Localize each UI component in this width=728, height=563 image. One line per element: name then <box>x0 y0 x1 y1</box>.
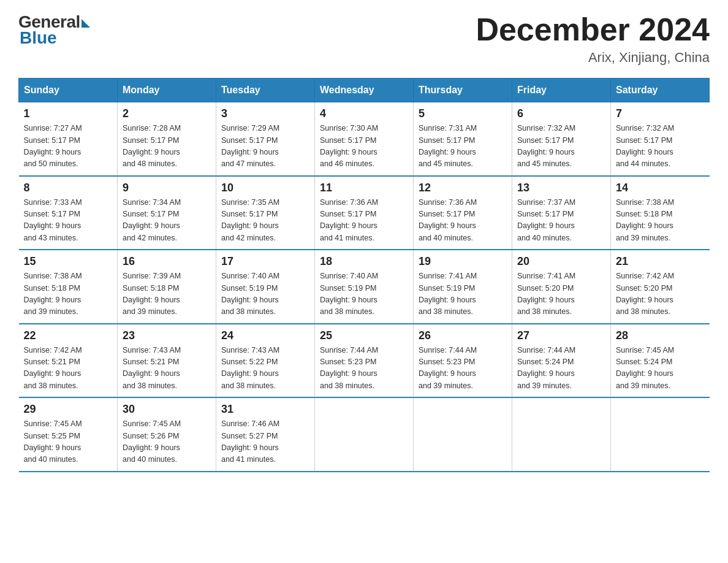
table-row: 13 Sunrise: 7:37 AM Sunset: 5:17 PM Dayl… <box>512 176 611 250</box>
title-section: December 2024 Arix, Xinjiang, China <box>476 12 710 66</box>
day-number: 4 <box>320 107 408 120</box>
day-info: Sunrise: 7:41 AM Sunset: 5:20 PM Dayligh… <box>517 270 605 318</box>
day-number: 15 <box>24 255 113 268</box>
day-info: Sunrise: 7:33 AM Sunset: 5:17 PM Dayligh… <box>24 197 113 245</box>
day-number: 19 <box>419 255 507 268</box>
table-row: 20 Sunrise: 7:41 AM Sunset: 5:20 PM Dayl… <box>512 250 611 324</box>
day-info: Sunrise: 7:31 AM Sunset: 5:17 PM Dayligh… <box>419 123 507 170</box>
day-info: Sunrise: 7:32 AM Sunset: 5:17 PM Dayligh… <box>517 123 605 170</box>
day-info: Sunrise: 7:34 AM Sunset: 5:17 PM Dayligh… <box>123 197 211 245</box>
day-number: 22 <box>24 329 113 342</box>
day-info: Sunrise: 7:40 AM Sunset: 5:19 PM Dayligh… <box>221 270 309 318</box>
page-header: General Blue December 2024 Arix, Xinjian… <box>18 12 710 66</box>
day-info: Sunrise: 7:44 AM Sunset: 5:24 PM Dayligh… <box>517 345 605 393</box>
day-number: 20 <box>517 255 605 268</box>
day-number: 5 <box>419 107 507 120</box>
calendar-header-row: Sunday Monday Tuesday Wednesday Thursday… <box>19 79 710 102</box>
table-row: 21 Sunrise: 7:42 AM Sunset: 5:20 PM Dayl… <box>611 250 710 324</box>
calendar-week-row: 22 Sunrise: 7:42 AM Sunset: 5:21 PM Dayl… <box>19 324 710 398</box>
calendar-week-row: 15 Sunrise: 7:38 AM Sunset: 5:18 PM Dayl… <box>19 250 710 324</box>
day-number: 29 <box>24 403 113 416</box>
table-row: 26 Sunrise: 7:44 AM Sunset: 5:23 PM Dayl… <box>414 324 512 398</box>
day-number: 17 <box>221 255 309 268</box>
day-info: Sunrise: 7:40 AM Sunset: 5:19 PM Dayligh… <box>320 270 408 318</box>
table-row: 27 Sunrise: 7:44 AM Sunset: 5:24 PM Dayl… <box>512 324 611 398</box>
day-number: 2 <box>123 107 211 120</box>
table-row: 22 Sunrise: 7:42 AM Sunset: 5:21 PM Dayl… <box>19 324 118 398</box>
day-info: Sunrise: 7:28 AM Sunset: 5:17 PM Dayligh… <box>123 123 211 170</box>
calendar-week-row: 8 Sunrise: 7:33 AM Sunset: 5:17 PM Dayli… <box>19 176 710 250</box>
day-number: 3 <box>221 107 309 120</box>
day-info: Sunrise: 7:36 AM Sunset: 5:17 PM Dayligh… <box>419 197 507 245</box>
day-number: 26 <box>419 329 507 342</box>
table-row: 30 Sunrise: 7:45 AM Sunset: 5:26 PM Dayl… <box>118 397 216 472</box>
table-row: 12 Sunrise: 7:36 AM Sunset: 5:17 PM Dayl… <box>414 176 512 250</box>
month-title: December 2024 <box>476 12 710 47</box>
table-row: 23 Sunrise: 7:43 AM Sunset: 5:21 PM Dayl… <box>118 324 216 398</box>
table-row: 15 Sunrise: 7:38 AM Sunset: 5:18 PM Dayl… <box>19 250 118 324</box>
day-info: Sunrise: 7:38 AM Sunset: 5:18 PM Dayligh… <box>24 270 113 318</box>
day-info: Sunrise: 7:42 AM Sunset: 5:21 PM Dayligh… <box>24 345 113 393</box>
day-info: Sunrise: 7:37 AM Sunset: 5:17 PM Dayligh… <box>517 197 605 245</box>
table-row: 2 Sunrise: 7:28 AM Sunset: 5:17 PM Dayli… <box>118 102 216 176</box>
day-number: 23 <box>123 329 211 342</box>
col-tuesday: Tuesday <box>216 79 315 102</box>
day-number: 13 <box>517 182 605 194</box>
logo-triangle-icon <box>82 19 90 28</box>
day-number: 10 <box>221 182 309 194</box>
table-row: 29 Sunrise: 7:45 AM Sunset: 5:25 PM Dayl… <box>19 397 118 472</box>
table-row: 18 Sunrise: 7:40 AM Sunset: 5:19 PM Dayl… <box>315 250 414 324</box>
day-info: Sunrise: 7:43 AM Sunset: 5:22 PM Dayligh… <box>221 345 309 393</box>
logo-blue-text: Blue <box>20 28 57 48</box>
table-row <box>611 397 710 472</box>
day-number: 18 <box>320 255 408 268</box>
table-row: 11 Sunrise: 7:36 AM Sunset: 5:17 PM Dayl… <box>315 176 414 250</box>
day-info: Sunrise: 7:30 AM Sunset: 5:17 PM Dayligh… <box>320 123 408 170</box>
day-number: 12 <box>419 182 507 194</box>
day-info: Sunrise: 7:45 AM Sunset: 5:24 PM Dayligh… <box>616 345 705 393</box>
table-row: 28 Sunrise: 7:45 AM Sunset: 5:24 PM Dayl… <box>611 324 710 398</box>
day-info: Sunrise: 7:27 AM Sunset: 5:17 PM Dayligh… <box>24 123 113 170</box>
table-row: 10 Sunrise: 7:35 AM Sunset: 5:17 PM Dayl… <box>216 176 315 250</box>
day-info: Sunrise: 7:45 AM Sunset: 5:26 PM Dayligh… <box>123 418 211 466</box>
day-info: Sunrise: 7:44 AM Sunset: 5:23 PM Dayligh… <box>419 345 507 393</box>
table-row: 3 Sunrise: 7:29 AM Sunset: 5:17 PM Dayli… <box>216 102 315 176</box>
table-row <box>414 397 512 472</box>
table-row: 17 Sunrise: 7:40 AM Sunset: 5:19 PM Dayl… <box>216 250 315 324</box>
table-row: 14 Sunrise: 7:38 AM Sunset: 5:18 PM Dayl… <box>611 176 710 250</box>
day-info: Sunrise: 7:39 AM Sunset: 5:18 PM Dayligh… <box>123 270 211 318</box>
table-row: 7 Sunrise: 7:32 AM Sunset: 5:17 PM Dayli… <box>611 102 710 176</box>
table-row: 24 Sunrise: 7:43 AM Sunset: 5:22 PM Dayl… <box>216 324 315 398</box>
table-row: 25 Sunrise: 7:44 AM Sunset: 5:23 PM Dayl… <box>315 324 414 398</box>
day-number: 8 <box>24 182 113 194</box>
day-number: 16 <box>123 255 211 268</box>
day-info: Sunrise: 7:32 AM Sunset: 5:17 PM Dayligh… <box>616 123 705 170</box>
table-row: 6 Sunrise: 7:32 AM Sunset: 5:17 PM Dayli… <box>512 102 611 176</box>
table-row: 19 Sunrise: 7:41 AM Sunset: 5:19 PM Dayl… <box>414 250 512 324</box>
day-info: Sunrise: 7:45 AM Sunset: 5:25 PM Dayligh… <box>24 418 113 466</box>
table-row: 5 Sunrise: 7:31 AM Sunset: 5:17 PM Dayli… <box>414 102 512 176</box>
table-row: 9 Sunrise: 7:34 AM Sunset: 5:17 PM Dayli… <box>118 176 216 250</box>
day-number: 24 <box>221 329 309 342</box>
table-row: 31 Sunrise: 7:46 AM Sunset: 5:27 PM Dayl… <box>216 397 315 472</box>
table-row: 8 Sunrise: 7:33 AM Sunset: 5:17 PM Dayli… <box>19 176 118 250</box>
col-monday: Monday <box>118 79 216 102</box>
calendar-table: Sunday Monday Tuesday Wednesday Thursday… <box>18 78 710 472</box>
day-info: Sunrise: 7:35 AM Sunset: 5:17 PM Dayligh… <box>221 197 309 245</box>
table-row: 1 Sunrise: 7:27 AM Sunset: 5:17 PM Dayli… <box>19 102 118 176</box>
day-info: Sunrise: 7:29 AM Sunset: 5:17 PM Dayligh… <box>221 123 309 170</box>
day-number: 9 <box>123 182 211 194</box>
day-number: 30 <box>123 403 211 416</box>
col-saturday: Saturday <box>611 79 710 102</box>
day-number: 14 <box>616 182 705 194</box>
day-info: Sunrise: 7:41 AM Sunset: 5:19 PM Dayligh… <box>419 270 507 318</box>
day-number: 27 <box>517 329 605 342</box>
day-number: 7 <box>616 107 705 120</box>
col-thursday: Thursday <box>414 79 512 102</box>
day-info: Sunrise: 7:38 AM Sunset: 5:18 PM Dayligh… <box>616 197 705 245</box>
day-number: 1 <box>24 107 113 120</box>
day-info: Sunrise: 7:46 AM Sunset: 5:27 PM Dayligh… <box>221 418 309 466</box>
day-number: 21 <box>616 255 705 268</box>
day-number: 25 <box>320 329 408 342</box>
day-info: Sunrise: 7:43 AM Sunset: 5:21 PM Dayligh… <box>123 345 211 393</box>
